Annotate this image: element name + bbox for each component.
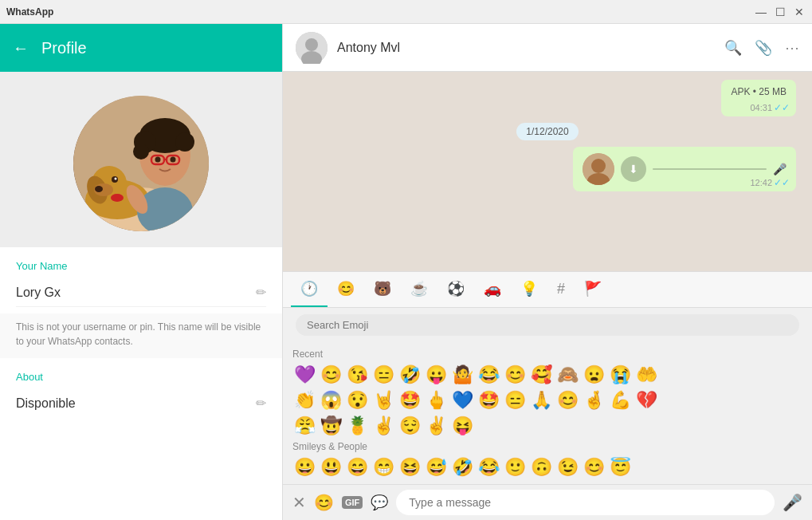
- emoji-search-input[interactable]: [296, 314, 799, 336]
- emoji-tongue2[interactable]: 😝: [450, 414, 475, 438]
- tab-recent[interactable]: 🕐: [291, 272, 328, 307]
- recent-emojis-3: 😤 🤠 🍍 ✌ 😌 ✌ 😝: [292, 414, 802, 438]
- emoji-starstruck[interactable]: 🤩: [398, 388, 422, 412]
- name-note: This is not your username or pin. This n…: [0, 313, 282, 358]
- emoji-angry[interactable]: 😤: [292, 414, 317, 438]
- message-bar: ✕ 😊 GIF 💬 🎤: [283, 484, 812, 520]
- message-input[interactable]: [396, 490, 775, 515]
- emoji-pineapple[interactable]: 🍍: [345, 414, 370, 438]
- gif-button[interactable]: GIF: [342, 496, 363, 509]
- tab-animals[interactable]: 🐻: [364, 272, 401, 307]
- emoji-muscle[interactable]: 💪: [608, 388, 633, 412]
- emoji-halo[interactable]: 😇: [608, 455, 633, 479]
- close-button[interactable]: ✕: [793, 6, 806, 18]
- emoji-scared[interactable]: 😦: [582, 363, 606, 387]
- smileys-label: Smileys & People: [292, 441, 802, 452]
- voice-download-button[interactable]: ⬇: [621, 156, 646, 182]
- emoji-grin2[interactable]: 😁: [371, 455, 396, 479]
- emoji-grinning[interactable]: 😀: [292, 455, 317, 479]
- svg-point-9: [111, 194, 124, 202]
- emoji-grin[interactable]: 😃: [319, 455, 343, 479]
- emoji-rock[interactable]: 🤘: [371, 388, 396, 412]
- more-options-button[interactable]: ⋯: [785, 39, 799, 57]
- emoji-crossed-fingers[interactable]: 🤞: [582, 388, 606, 412]
- emoji-hearts[interactable]: 🥰: [529, 363, 554, 387]
- emoji-pray[interactable]: 🙏: [529, 388, 554, 412]
- emoji-button[interactable]: 😊: [314, 493, 334, 512]
- read-check: ✓✓: [774, 102, 790, 113]
- emoji-tongue[interactable]: 😛: [424, 363, 449, 387]
- emoji-laugh[interactable]: 😂: [477, 363, 501, 387]
- svg-point-14: [133, 144, 149, 160]
- main-area: ← Profile: [0, 24, 812, 520]
- maximize-button[interactable]: ☐: [774, 6, 787, 18]
- tab-smileys[interactable]: 😊: [328, 272, 364, 307]
- emoji-open-mouth[interactable]: 😯: [345, 388, 370, 412]
- tab-activities[interactable]: ⚽: [437, 272, 474, 307]
- emoji-shrug[interactable]: 🤷: [450, 363, 475, 387]
- avatar-section: [0, 72, 282, 247]
- emoji-middle[interactable]: 🖕: [424, 388, 449, 412]
- svg-point-8: [95, 186, 103, 192]
- emoji-smiling[interactable]: 😊: [319, 363, 343, 387]
- emoji-smile4[interactable]: 😊: [582, 455, 606, 479]
- tab-symbols[interactable]: #️: [547, 273, 575, 307]
- titlebar: WhatsApp — ☐ ✕: [0, 0, 812, 24]
- emoji-hands-up[interactable]: 🤲: [634, 363, 659, 387]
- emoji-picker: 🕐 😊 🐻 ☕ ⚽ 🚗 💡 #️ 🚩 Recent 💜 😊: [283, 271, 812, 484]
- tab-flags[interactable]: 🚩: [575, 272, 611, 307]
- emoji-cry[interactable]: 😭: [608, 363, 633, 387]
- about-value: Disponible: [16, 396, 76, 411]
- search-chat-button[interactable]: 🔍: [724, 39, 742, 57]
- profile-header: ← Profile: [0, 24, 282, 72]
- emoji-slight[interactable]: 🙂: [503, 455, 528, 479]
- emoji-broken-heart[interactable]: 💔: [634, 388, 659, 412]
- svg-point-19: [171, 157, 176, 163]
- emoji-seeno[interactable]: 🙈: [555, 363, 580, 387]
- emoji-smile2[interactable]: 😊: [503, 363, 528, 387]
- profile-title: Profile: [41, 39, 87, 57]
- name-row: Lory Gx ✏: [16, 278, 266, 307]
- attach-button[interactable]: 📎: [755, 39, 772, 57]
- close-emoji-button[interactable]: ✕: [292, 493, 306, 512]
- emoji-squinting[interactable]: 🤣: [398, 363, 422, 387]
- emoji-sweat[interactable]: 😅: [424, 455, 449, 479]
- emoji-upside[interactable]: 🙃: [529, 455, 554, 479]
- voice-mic-icon: 🎤: [773, 163, 787, 175]
- back-button[interactable]: ←: [13, 39, 29, 57]
- emoji-clap[interactable]: 👏: [292, 388, 317, 412]
- emoji-expressionless[interactable]: 😑: [371, 363, 396, 387]
- emoji-laugh2[interactable]: 😆: [398, 455, 422, 479]
- emoji-blue-heart[interactable]: 💙: [450, 388, 475, 412]
- emoji-wink[interactable]: 😉: [555, 455, 580, 479]
- mic-button[interactable]: 🎤: [783, 493, 802, 512]
- chat-actions: 🔍 📎 ⋯: [724, 39, 799, 57]
- emoji-victory2[interactable]: ✌: [424, 414, 449, 438]
- emoji-cowboy[interactable]: 🤠: [319, 414, 343, 438]
- file-info: APK • 25 MB: [731, 86, 787, 97]
- edit-name-button[interactable]: ✏: [256, 285, 266, 300]
- emoji-rofl[interactable]: 🤣: [450, 455, 475, 479]
- edit-about-button[interactable]: ✏: [256, 396, 266, 411]
- tab-food[interactable]: ☕: [401, 272, 437, 307]
- emoji-starstruck2[interactable]: 🤩: [477, 388, 501, 412]
- emoji-kiss[interactable]: 😘: [345, 363, 370, 387]
- voice-read-check: ✓✓: [774, 177, 790, 188]
- avatar[interactable]: [73, 96, 209, 231]
- sticker-button[interactable]: 💬: [371, 494, 388, 511]
- tab-travel[interactable]: 🚗: [474, 272, 511, 307]
- emoji-beam[interactable]: 😄: [345, 455, 370, 479]
- emoji-relieved[interactable]: 😌: [398, 414, 422, 438]
- minimize-button[interactable]: —: [755, 6, 767, 18]
- emoji-joy[interactable]: 😂: [477, 455, 501, 479]
- profile-info: Your Name Lory Gx ✏ This is not your use…: [0, 247, 282, 423]
- emoji-smile3[interactable]: 😊: [555, 388, 580, 412]
- emoji-neutral[interactable]: 😑: [503, 388, 528, 412]
- emoji-victory[interactable]: ✌: [371, 414, 396, 438]
- emoji-purple-heart[interactable]: 💜: [292, 363, 317, 387]
- recent-emojis: 💜 😊 😘 😑 🤣 😛 🤷 😂 😊 🥰 🙈 😦 😭 🤲: [292, 363, 802, 387]
- emoji-tabs: 🕐 😊 🐻 ☕ ⚽ 🚗 💡 #️ 🚩: [283, 272, 812, 308]
- tab-objects[interactable]: 💡: [511, 272, 547, 307]
- voice-avatar: [583, 153, 614, 185]
- emoji-scream[interactable]: 😱: [319, 388, 343, 412]
